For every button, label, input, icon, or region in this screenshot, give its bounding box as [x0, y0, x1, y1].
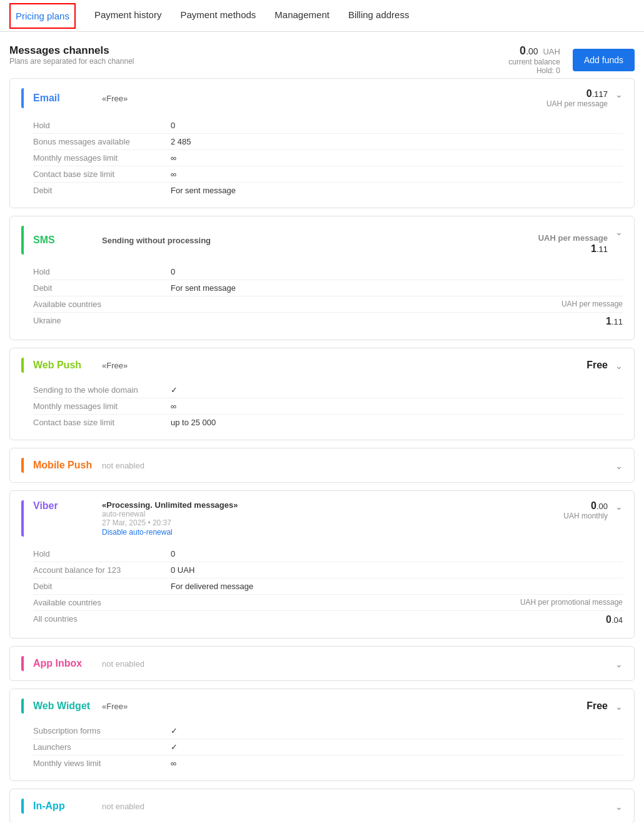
channel-header-inapp[interactable]: In-App not enabled ⌄ [10, 789, 634, 823]
channel-right-email: 0.117 UAH per message ⌄ [546, 88, 623, 108]
channel-header-webpush[interactable]: Web Push «Free» Free ⌄ [10, 348, 634, 382]
channel-plan-appinbox: not enabled [102, 659, 202, 669]
detail-row: Monthly messages limit ∞ [33, 398, 623, 414]
channel-right-webwidget: Free ⌄ [586, 700, 623, 712]
channel-header-appinbox[interactable]: App Inbox not enabled ⌄ [10, 647, 634, 680]
channel-header-email[interactable]: Email «Free» 0.117 UAH per message ⌄ [10, 79, 634, 118]
channel-plan-inapp: not enabled [102, 802, 202, 811]
detail-row: Sending to the whole domain ✓ [33, 382, 623, 398]
price-free-webwidget: Free [586, 700, 608, 712]
channel-name-mobilepush: Mobile Push [33, 460, 102, 471]
chevron-icon-viber[interactable]: ⌄ [615, 500, 623, 512]
tab-pricing[interactable]: Pricing plans [9, 3, 76, 29]
price-label-email: UAH per message [546, 99, 608, 108]
channel-accent-appinbox [21, 656, 24, 671]
detail-row: Debit For delivered message [33, 578, 623, 594]
chevron-icon-sms[interactable]: ⌄ [615, 226, 623, 237]
tab-payment-history[interactable]: Payment history [94, 0, 162, 31]
chevron-icon-inapp[interactable]: ⌄ [615, 800, 623, 812]
channel-plan-sms: Sending without processing [102, 236, 211, 245]
chevron-icon-mobilepush[interactable]: ⌄ [615, 460, 623, 471]
channel-header-mobilepush[interactable]: Mobile Push not enabled ⌄ [10, 448, 634, 482]
section-title: Messages channels [9, 44, 134, 57]
channel-name-email: Email [33, 93, 102, 104]
price-sms: UAH per message 1.11 [538, 226, 608, 255]
detail-row: Hold 0 [33, 546, 623, 562]
channel-card-webwidget: Web Widget «Free» Free ⌄ Subscription fo… [9, 689, 635, 781]
balance-decimal: .00 [526, 46, 538, 56]
price-webpush: Free [586, 360, 608, 371]
channel-plan-webpush: «Free» [102, 361, 202, 370]
detail-row: Monthly messages limit ∞ [33, 149, 623, 166]
channel-plan-email: «Free» [102, 94, 202, 103]
tab-billing[interactable]: Billing address [348, 0, 410, 31]
detail-row: All countries 0.04 [33, 610, 623, 629]
channel-plan-mobilepush: not enabled [102, 461, 202, 470]
price-main-email: 0.117 [546, 88, 608, 99]
detail-row: Ukraine 1.11 [33, 312, 623, 330]
channel-accent-webwidget [21, 699, 24, 714]
detail-row: Hold 0 [33, 264, 623, 280]
channel-right-webpush: Free ⌄ [586, 360, 623, 371]
chevron-icon-email[interactable]: ⌄ [615, 88, 623, 99]
section-subtitle: Plans are separated for each channel [9, 57, 134, 66]
balance-label: current balance [508, 58, 560, 66]
detail-row: Debit For sent message [33, 280, 623, 296]
chevron-icon-appinbox[interactable]: ⌄ [615, 658, 623, 669]
detail-row: Available countries UAH per promotional … [33, 594, 623, 610]
detail-row: Monthly views limit ∞ [33, 755, 623, 771]
channel-name-webpush: Web Push [33, 360, 102, 371]
channel-body-webwidget: Subscription forms ✓ Launchers ✓ Monthly… [10, 723, 634, 780]
channel-header-viber[interactable]: Viber «Processing. Unlimited messages» a… [10, 491, 634, 546]
channel-card-sms: SMS Sending without processing UAH per m… [9, 216, 635, 340]
channel-body-viber: Hold 0 Account balance for 123 0 UAH Deb… [10, 546, 634, 638]
channel-card-webpush: Web Push «Free» Free ⌄ Sending to the wh… [9, 348, 635, 440]
channel-right-appinbox: ⌄ [615, 658, 623, 669]
detail-row: Hold 0 [33, 118, 623, 133]
balance-amount: 0 [520, 44, 526, 57]
detail-row: Launchers ✓ [33, 739, 623, 755]
channel-accent-viber [21, 500, 24, 537]
price-free-webpush: Free [586, 360, 608, 371]
channel-card-appinbox: App Inbox not enabled ⌄ [9, 646, 635, 681]
detail-row: Contact base size limit up to 25 000 [33, 414, 623, 430]
detail-row: Bonus messages available 2 485 [33, 133, 623, 149]
channel-card-viber: Viber «Processing. Unlimited messages» a… [9, 490, 635, 639]
channel-body-webpush: Sending to the whole domain ✓ Monthly me… [10, 382, 634, 440]
price-main-sms: UAH per message 1.11 [538, 232, 608, 255]
tab-management[interactable]: Management [274, 0, 330, 31]
channel-right-viber: 0.00 UAH monthly ⌄ [563, 500, 623, 520]
detail-row: Available countries UAH per message [33, 296, 623, 312]
detail-row: Account balance for 123 0 UAH [33, 562, 623, 578]
channel-body-sms: Hold 0 Debit For sent message Available … [10, 264, 634, 340]
channel-card-email: Email «Free» 0.117 UAH per message ⌄ Hol… [9, 78, 635, 208]
detail-row: Debit For sent message [33, 182, 623, 198]
balance-hold: Hold: 0 [508, 66, 560, 75]
channel-accent-email [21, 88, 24, 108]
detail-row: Subscription forms ✓ [33, 723, 623, 739]
channel-accent-webpush [21, 358, 24, 373]
chevron-icon-webwidget[interactable]: ⌄ [615, 700, 623, 712]
channel-card-inapp: In-App not enabled ⌄ [9, 789, 635, 823]
add-funds-button[interactable]: Add funds [573, 49, 635, 71]
channel-name-appinbox: App Inbox [33, 658, 102, 669]
balance-group: 0.00 UAH current balance Hold: 0 Add fun… [508, 44, 635, 75]
channel-header-webwidget[interactable]: Web Widget «Free» Free ⌄ [10, 689, 634, 723]
channel-accent-sms [21, 226, 24, 255]
channel-accent-mobilepush [21, 458, 24, 473]
chevron-icon-webpush[interactable]: ⌄ [615, 360, 623, 371]
channel-body-email: Hold 0 Bonus messages available 2 485 Mo… [10, 118, 634, 208]
disable-auto-renewal-link[interactable]: Disable auto-renewal [102, 528, 173, 537]
channels-list: Email «Free» 0.117 UAH per message ⌄ Hol… [9, 78, 635, 823]
tab-payment-methods[interactable]: Payment methods [180, 0, 256, 31]
channel-right-sms: UAH per message 1.11 ⌄ [538, 226, 623, 255]
price-webwidget: Free [586, 700, 608, 712]
section-header-left: Messages channels Plans are separated fo… [9, 44, 134, 75]
channel-header-sms[interactable]: SMS Sending without processing UAH per m… [10, 216, 634, 264]
balance-display: 0.00 UAH [508, 44, 560, 58]
main-content: Messages channels Plans are separated fo… [0, 32, 644, 823]
channel-name-sms: SMS [33, 235, 102, 246]
channel-accent-inapp [21, 799, 24, 814]
tabs-container: Pricing plansPayment historyPayment meth… [0, 0, 644, 32]
channel-plan-webwidget: «Free» [102, 702, 202, 711]
